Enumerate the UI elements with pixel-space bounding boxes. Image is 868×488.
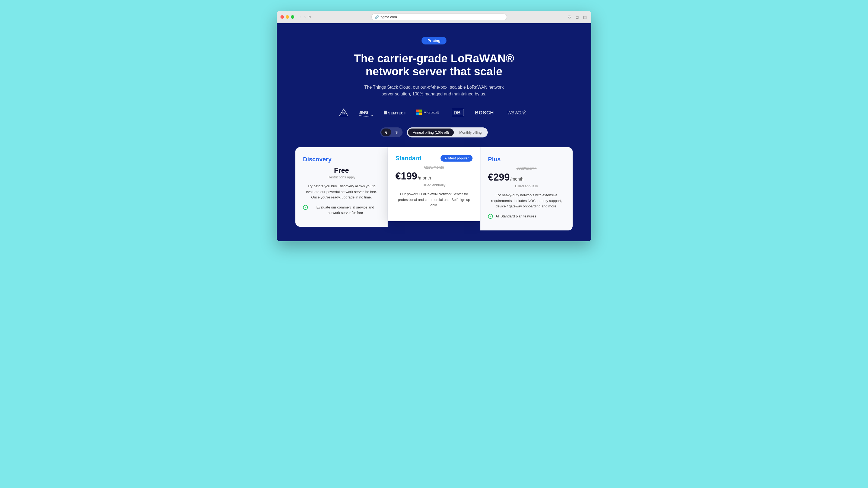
window-maximize-btn[interactable] bbox=[291, 15, 294, 19]
svg-rect-6 bbox=[416, 112, 419, 115]
svg-text:wework: wework bbox=[507, 109, 526, 116]
annual-billing-btn[interactable]: Annual billing (10% off) bbox=[408, 129, 454, 136]
window-close-btn[interactable] bbox=[280, 15, 284, 19]
discovery-restriction: Restrictions apply bbox=[303, 175, 380, 179]
standard-price-original: €219/month bbox=[396, 165, 472, 169]
standard-price-current: €199/month bbox=[396, 170, 472, 182]
plus-price-current: €299/month bbox=[488, 172, 565, 183]
standard-plan-name: Standard bbox=[396, 155, 421, 162]
billing-period-toggle[interactable]: Annual billing (10% off) Monthly billing bbox=[407, 127, 488, 137]
monthly-billing-btn[interactable]: Monthly billing bbox=[454, 129, 486, 136]
pricing-badge: Pricing bbox=[422, 37, 446, 44]
standard-price-area: €219/month €199/month Billed annually bbox=[396, 165, 472, 187]
window-minimize-btn[interactable] bbox=[286, 15, 289, 19]
svg-rect-2 bbox=[384, 110, 387, 115]
hero-section: Pricing The carrier-grade LoRaWAN® netwo… bbox=[277, 23, 591, 241]
shield-icon[interactable]: 🛡 bbox=[567, 14, 572, 20]
standard-billing-note: Billed annually bbox=[396, 183, 472, 187]
discovery-plan-name: Discovery bbox=[303, 156, 332, 163]
svg-text:aws: aws bbox=[360, 109, 369, 115]
nav-arrows: ‹ › ↻ bbox=[299, 14, 311, 20]
browser-actions: 🛡 ◻ ▤ bbox=[567, 14, 588, 20]
logo-wework: wework bbox=[507, 109, 529, 116]
svg-text:SEMTECH: SEMTECH bbox=[388, 111, 405, 115]
back-arrow[interactable]: ‹ bbox=[299, 14, 302, 20]
plus-description: For heavy-duty networks with extensive r… bbox=[488, 193, 565, 209]
address-bar[interactable]: 🔗 figma.com bbox=[371, 13, 507, 20]
standard-price-period: /month bbox=[418, 176, 431, 181]
plus-feature-1: ✓ All Standard plan features bbox=[488, 214, 565, 219]
logo-aws: aws bbox=[360, 108, 373, 117]
feature-check-icon: ✓ bbox=[303, 205, 308, 210]
plus-price-area: €329/month €299/month Billed annually bbox=[488, 166, 565, 188]
currency-toggle[interactable]: € $ bbox=[380, 127, 403, 137]
standard-card: Standard ★ Most popular €219/month €199/… bbox=[388, 147, 480, 221]
plus-price-period: /month bbox=[510, 177, 524, 182]
discovery-feature-1: ✓ Evaluate our commercial service and ne… bbox=[303, 205, 380, 215]
svg-rect-7 bbox=[420, 112, 422, 115]
lock-icon: 🔗 bbox=[375, 15, 379, 19]
plus-card-header: Plus bbox=[488, 156, 565, 163]
logo-w: w bbox=[339, 108, 348, 117]
svg-rect-4 bbox=[416, 109, 419, 112]
svg-rect-5 bbox=[420, 109, 422, 112]
plus-card: Plus €329/month €299/month Billed annual… bbox=[480, 147, 572, 230]
profile-icon[interactable]: ◻ bbox=[575, 14, 580, 20]
pricing-cards: Discovery Free Restrictions apply Try be… bbox=[287, 147, 581, 230]
plus-price-amount: €299 bbox=[488, 172, 510, 183]
logo-bosch: BOSCH bbox=[475, 109, 497, 116]
browser-controls bbox=[280, 15, 294, 19]
feature-text: Evaluate our commercial service and netw… bbox=[311, 205, 380, 215]
logos-row: w aws SEMTECH bbox=[287, 108, 581, 117]
discovery-description: Try before you buy. Discovery allows you… bbox=[303, 184, 380, 200]
standard-description: Our powerful LoRaWAN Network Server for … bbox=[396, 191, 472, 208]
feature-text: All Standard plan features bbox=[496, 214, 536, 219]
standard-price-amount: €199 bbox=[396, 170, 417, 182]
feature-check-icon: ✓ bbox=[488, 214, 493, 219]
standard-card-header: Standard ★ Most popular bbox=[396, 155, 472, 162]
sidebar-icon[interactable]: ▤ bbox=[582, 14, 588, 20]
logo-semtech: SEMTECH bbox=[384, 108, 405, 117]
plus-price-original: €329/month bbox=[488, 166, 565, 170]
svg-text:DB: DB bbox=[454, 110, 461, 116]
url-text: figma.com bbox=[380, 15, 397, 19]
logo-db: DB bbox=[452, 109, 464, 116]
plus-billing-note: Billed annually bbox=[488, 184, 565, 188]
svg-text:w: w bbox=[342, 111, 345, 115]
currency-eur-btn[interactable]: € bbox=[381, 129, 391, 136]
svg-text:BOSCH: BOSCH bbox=[475, 110, 494, 116]
most-popular-badge: ★ Most popular bbox=[440, 155, 472, 162]
svg-text:Microsoft: Microsoft bbox=[424, 110, 439, 115]
page-content: Pricing The carrier-grade LoRaWAN® netwo… bbox=[277, 23, 591, 241]
browser-window: ‹ › ↻ 🔗 figma.com 🛡 ◻ ▤ Pricing The carr… bbox=[277, 11, 591, 241]
logo-microsoft: Microsoft bbox=[416, 109, 441, 116]
billing-toggle: € $ Annual billing (10% off) Monthly bil… bbox=[287, 127, 581, 137]
forward-arrow[interactable]: › bbox=[303, 14, 307, 20]
discovery-price-area: Free Restrictions apply bbox=[303, 166, 380, 179]
currency-usd-btn[interactable]: $ bbox=[392, 129, 401, 136]
discovery-card: Discovery Free Restrictions apply Try be… bbox=[296, 147, 388, 227]
discovery-price-free: Free bbox=[303, 166, 380, 174]
plus-plan-name: Plus bbox=[488, 156, 500, 163]
browser-chrome: ‹ › ↻ 🔗 figma.com 🛡 ◻ ▤ bbox=[277, 11, 591, 23]
hero-title: The carrier-grade LoRaWAN® network serve… bbox=[287, 52, 581, 78]
refresh-button[interactable]: ↻ bbox=[308, 15, 311, 19]
discovery-card-header: Discovery bbox=[303, 156, 380, 163]
hero-subtitle: The Things Stack Cloud, our out-of-the-b… bbox=[358, 84, 510, 98]
